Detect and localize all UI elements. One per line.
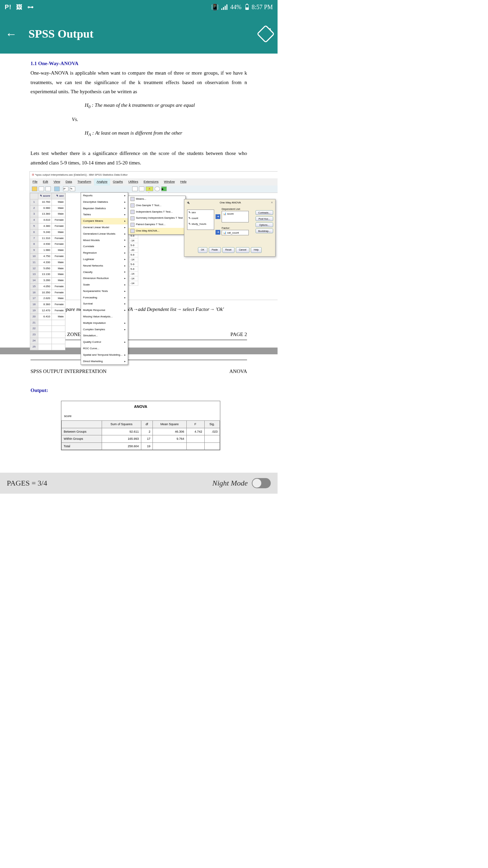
menu-help[interactable]: Help	[178, 178, 189, 185]
hypothesis-h0: H0 : The mean of the k treatments or gro…	[85, 101, 247, 111]
footer-right: PAGE 2	[230, 330, 247, 339]
analyze-menu: ReportsDescriptive StatisticsBayesian St…	[81, 192, 128, 365]
image-icon: 🖼	[16, 4, 23, 11]
amenu-item[interactable]: Quality Control	[81, 339, 128, 346]
amenu-item[interactable]: Bayesian Statistics	[81, 205, 128, 212]
page-counter: PAGES = 3/4	[7, 479, 47, 488]
amenu-item[interactable]: Dimension Reduction	[81, 275, 128, 282]
amenu-item[interactable]: Spatial and Temporal Modeling...	[81, 352, 128, 358]
submenu-item[interactable]: One-Way ANOVA...	[128, 228, 185, 234]
anova-label: score	[61, 413, 220, 420]
spss-body: ✎ score✎ sex110.760Male26.980Male313.360…	[30, 193, 278, 300]
amenu-item[interactable]: Multiple Response	[81, 307, 128, 314]
close-icon[interactable]: ✕	[271, 200, 273, 205]
anova-title: ANOVA	[61, 401, 220, 413]
dialog-title: One-Way ANOVA✕	[184, 199, 275, 206]
amenu-item[interactable]: Correlate	[81, 243, 128, 250]
spss-toolbar: ↶↷ A1↓ ▶	[30, 185, 278, 193]
amenu-item[interactable]: Survival	[81, 301, 128, 307]
anova-table: ANOVA score Sum of SquaresdfMean SquareF…	[61, 401, 220, 451]
amenu-item[interactable]: Scale	[81, 282, 128, 288]
paragraph-1: One-way-ANOVA is applicable when want to…	[30, 68, 247, 97]
contrasts-button[interactable]: Contrasts...	[256, 210, 273, 215]
compare-means-submenu: Means...One-Sample T Test...Independent-…	[128, 196, 186, 235]
amenu-item[interactable]: Tables	[81, 212, 128, 218]
spss-data-grid: ✎ score✎ sex110.760Male26.980Male313.360…	[30, 193, 66, 300]
battery-icon	[245, 4, 249, 10]
spss-window-title: *spss output Interpretations.sav [DataSe…	[30, 172, 278, 179]
oneway-anova-dialog: One-Way ANOVA✕ ✎ sex✎ count✎ study_hours…	[184, 199, 276, 257]
amenu-item[interactable]: ROC Curve...	[81, 346, 128, 352]
hypothesis-vs: Vs.	[72, 115, 247, 124]
status-bar: P! 🖼 ⊶ 📳 44% 8:57 PM	[0, 0, 278, 14]
amenu-item[interactable]: Mixed Models	[81, 237, 128, 244]
reset-button[interactable]: Reset	[222, 247, 235, 253]
options-button[interactable]: Options...	[256, 222, 273, 227]
dialog-bottom-buttons: OKPasteResetCancelHelp	[184, 247, 275, 253]
menu-data[interactable]: Data	[63, 178, 75, 185]
dependent-list-box[interactable]: 📊 score	[222, 211, 249, 222]
back-button[interactable]: ←	[5, 27, 17, 41]
p-icon: P!	[5, 4, 12, 11]
menu-edit[interactable]: Edit	[40, 178, 51, 185]
spss-menubar: FileEditViewDataTransformAnalyzeGraphsUt…	[30, 178, 278, 185]
variable-list[interactable]: ✎ sex✎ count✎ study_hours	[187, 210, 214, 230]
submenu-item[interactable]: One-Sample T Test...	[128, 202, 185, 209]
app-title: SPSS Output	[28, 27, 259, 40]
amenu-item[interactable]: Compare Means	[81, 218, 128, 224]
spss-screenshot: *spss output Interpretations.sav [DataSe…	[29, 171, 278, 300]
amenu-item[interactable]: Regression	[81, 250, 128, 256]
amenu-item[interactable]: Descriptive Statistics	[81, 199, 128, 205]
cancel-button[interactable]: Cancel	[236, 247, 249, 253]
menu-window[interactable]: Window	[161, 178, 178, 185]
submenu-item[interactable]: Means...	[128, 196, 185, 202]
amenu-item[interactable]: Missing Value Analysis...	[81, 314, 128, 320]
menu-file[interactable]: File	[30, 178, 40, 185]
section-heading: 1.1 One-Way-ANOVA	[30, 59, 247, 68]
submenu-item[interactable]: Paired-Samples T Test...	[128, 221, 185, 228]
menu-analyze[interactable]: Analyze	[94, 178, 110, 185]
amenu-item[interactable]: Loglinear	[81, 256, 128, 263]
page2-header: SPSS OUTPUT INTERPRETATIONANOVA	[30, 367, 247, 376]
night-mode-label: Night Mode	[212, 479, 248, 488]
factor-box[interactable]: 📊 cat_count	[222, 230, 249, 235]
hypothesis-ha: HA : At least on mean is different from …	[85, 129, 247, 139]
paste-button[interactable]: Paste	[209, 247, 221, 253]
amenu-item[interactable]: Multiple Imputation	[81, 320, 128, 327]
menu-utilities[interactable]: Utilities	[126, 178, 141, 185]
move-to-factor-button[interactable]: ➔	[216, 230, 220, 235]
amenu-item[interactable]: Reports	[81, 193, 128, 199]
amenu-item[interactable]: Forecasting	[81, 295, 128, 301]
amenu-item[interactable]: Nonparametric Tests	[81, 288, 128, 295]
menu-transform[interactable]: Transform	[75, 178, 94, 185]
move-to-dep-button[interactable]: ➔	[216, 214, 220, 219]
amenu-item[interactable]: Generalized Linear Models	[81, 231, 128, 237]
help-button[interactable]: Help	[251, 247, 262, 253]
ok-button[interactable]: OK	[198, 247, 207, 253]
amenu-item[interactable]: General Linear Model	[81, 224, 128, 231]
vibrate-icon: 📳	[211, 3, 219, 11]
night-mode-toggle[interactable]	[252, 478, 271, 488]
key-icon: ⊶	[27, 3, 34, 11]
status-left: P! 🖼 ⊶	[5, 3, 34, 11]
amenu-item[interactable]: Simulation...	[81, 333, 128, 339]
night-mode-group: Night Mode	[212, 478, 271, 488]
bootstrap-button[interactable]: Bootstrap...	[256, 229, 273, 233]
amenu-item[interactable]: Complex Samples	[81, 327, 128, 333]
menu-graphs[interactable]: Graphs	[110, 178, 126, 185]
menu-extensions[interactable]: Extensions	[141, 178, 161, 185]
output-heading: Output:	[30, 386, 247, 395]
submenu-item[interactable]: Summary Independent-Samples T Test	[128, 215, 185, 221]
menu-view[interactable]: View	[51, 178, 63, 185]
paragraph-2: Lets test whether there is a significanc…	[30, 149, 247, 168]
posthoc-button[interactable]: Post Hoc...	[256, 216, 273, 221]
amenu-item[interactable]: Direct Marketing	[81, 358, 128, 365]
rotate-icon[interactable]	[257, 25, 275, 43]
app-bar: ← SPSS Output	[0, 14, 278, 54]
bottom-bar: PAGES = 3/4 Night Mode	[0, 473, 278, 494]
status-right: 📳 44% 8:57 PM	[211, 3, 273, 11]
clock: 8:57 PM	[251, 4, 273, 11]
amenu-item[interactable]: Classify	[81, 269, 128, 276]
amenu-item[interactable]: Neural Networks	[81, 263, 128, 269]
submenu-item[interactable]: Independent-Samples T Test...	[128, 209, 185, 215]
